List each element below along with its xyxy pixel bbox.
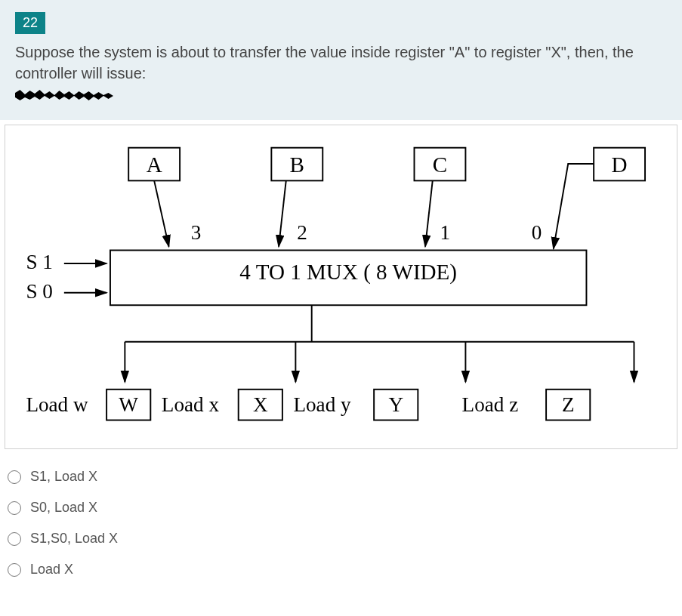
diagram-container: A B C D 3 2 1 0 4 TO 1 MUX ( 8 WIDE) S 1… <box>5 125 677 449</box>
option-2[interactable]: S0, Load X <box>8 500 674 516</box>
svg-text:Z: Z <box>562 393 575 416</box>
select-s1-label: S 1 <box>26 251 52 273</box>
svg-text:A: A <box>147 152 162 177</box>
circuit-diagram: A B C D 3 2 1 0 4 TO 1 MUX ( 8 WIDE) S 1… <box>20 140 662 433</box>
svg-text:X: X <box>253 393 268 416</box>
svg-text:B: B <box>290 152 304 177</box>
option-4[interactable]: Load X <box>8 562 674 578</box>
option-3-label: S1,S0, Load X <box>30 531 118 547</box>
option-4-label: Load X <box>30 562 73 578</box>
register-b: B <box>271 148 322 181</box>
wire-d-to-mux <box>554 164 594 249</box>
question-header: 22 Suppose the system is about to transf… <box>0 0 682 120</box>
svg-text:D: D <box>612 152 628 177</box>
answer-options: S1, Load X S0, Load X S1,S0, Load X Load… <box>0 454 682 608</box>
question-prompt: Suppose the system is about to transfer … <box>15 42 667 84</box>
mux-input-3: 3 <box>191 221 202 244</box>
mux-input-1: 1 <box>440 221 450 244</box>
option-2-radio[interactable] <box>8 501 21 515</box>
mux-label: 4 TO 1 MUX ( 8 WIDE) <box>239 260 457 285</box>
wire-a-to-mux <box>154 180 168 246</box>
svg-text:C: C <box>433 152 447 177</box>
register-d: D <box>594 148 645 181</box>
option-1[interactable]: S1, Load X <box>8 469 674 485</box>
register-a: A <box>128 148 180 181</box>
redaction-scribble <box>15 87 113 102</box>
svg-text:Y: Y <box>388 393 403 416</box>
mux-input-2: 2 <box>297 221 307 244</box>
select-s0-label: S 0 <box>26 280 52 303</box>
question-number-badge: 22 <box>15 12 45 34</box>
load-x-label: Load x <box>162 393 220 416</box>
option-4-radio[interactable] <box>8 563 21 577</box>
wire-c-to-mux <box>425 180 433 246</box>
mux-input-0: 0 <box>532 221 542 244</box>
register-c: C <box>415 148 466 181</box>
option-1-radio[interactable] <box>8 470 21 484</box>
option-3-radio[interactable] <box>8 532 21 546</box>
option-1-label: S1, Load X <box>30 469 97 485</box>
option-2-label: S0, Load X <box>30 500 97 516</box>
option-3[interactable]: S1,S0, Load X <box>8 531 674 547</box>
load-w-label: Load w <box>26 393 88 416</box>
load-z-label: Load z <box>462 393 519 416</box>
svg-text:W: W <box>119 393 138 416</box>
wire-b-to-mux <box>279 180 286 246</box>
load-y-label: Load y <box>293 393 351 416</box>
